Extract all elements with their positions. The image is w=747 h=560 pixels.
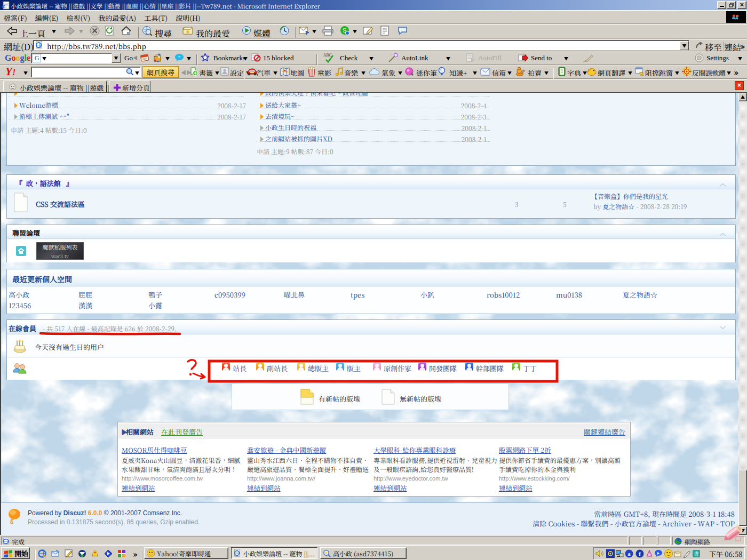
svg-text:a: a <box>627 550 631 557</box>
svg-text:”: ” <box>178 55 181 60</box>
svg-text:f: f <box>639 550 641 557</box>
svg-text:e: e <box>2 2 5 10</box>
svg-text:書: 書 <box>694 549 699 557</box>
svg-text:ABC: ABC <box>323 53 331 58</box>
